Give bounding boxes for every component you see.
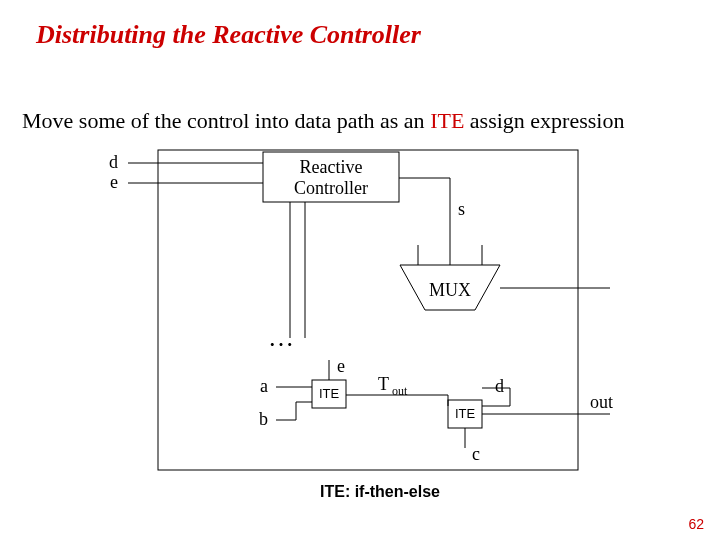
- label-T-sub: out: [392, 384, 408, 398]
- caption: ITE: if-then-else: [320, 483, 440, 501]
- label-c: c: [472, 444, 480, 464]
- label-a: a: [260, 376, 268, 396]
- label-dots: …: [268, 323, 294, 352]
- label-lower-e: e: [337, 356, 345, 376]
- diagram: Reactive Controller d e MUX s … ITE a b: [0, 0, 720, 540]
- label-right-d: d: [495, 376, 504, 396]
- ite-label-1: ITE: [319, 386, 340, 401]
- label-s: s: [458, 199, 465, 219]
- ite-label-2: ITE: [455, 406, 476, 421]
- page-number: 62: [688, 516, 704, 532]
- label-e: e: [110, 172, 118, 192]
- reactive-label2: Controller: [294, 178, 368, 198]
- label-out: out: [590, 392, 613, 412]
- label-d: d: [109, 152, 118, 172]
- mux-label: MUX: [429, 280, 471, 300]
- label-b: b: [259, 409, 268, 429]
- reactive-label1: Reactive: [300, 157, 363, 177]
- label-T: T: [378, 374, 389, 394]
